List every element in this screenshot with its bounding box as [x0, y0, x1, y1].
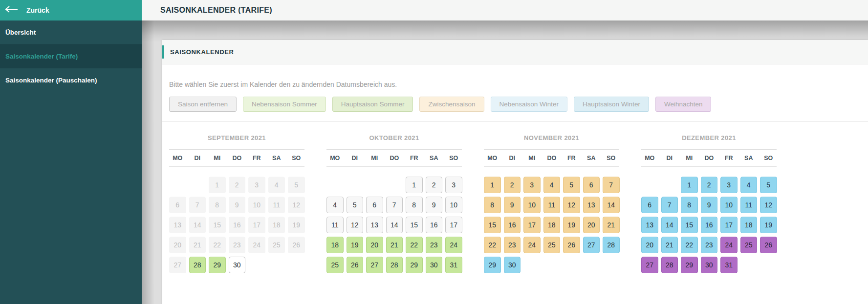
day-cell[interactable]: 21: [661, 237, 678, 253]
day-cell[interactable]: 15: [484, 217, 501, 233]
day-cell[interactable]: 30: [426, 257, 443, 273]
day-cell[interactable]: 4: [326, 197, 344, 213]
day-cell[interactable]: 29: [406, 257, 423, 273]
day-cell[interactable]: 26: [563, 237, 580, 253]
day-cell[interactable]: 17: [720, 217, 738, 233]
day-cell[interactable]: 9: [426, 197, 443, 213]
day-cell[interactable]: 19: [347, 237, 364, 253]
day-cell[interactable]: 2: [701, 177, 718, 193]
day-cell[interactable]: 27: [641, 257, 658, 273]
day-cell[interactable]: 15: [406, 217, 423, 233]
day-cell[interactable]: 23: [701, 237, 718, 253]
day-cell[interactable]: 5: [563, 177, 580, 193]
day-cell[interactable]: 13: [641, 217, 658, 233]
day-cell[interactable]: 5: [760, 177, 777, 193]
day-cell[interactable]: 16: [701, 217, 718, 233]
day-cell[interactable]: 17: [523, 217, 541, 233]
day-cell[interactable]: 11: [740, 197, 758, 213]
day-cell[interactable]: 5: [347, 197, 364, 213]
day-cell[interactable]: 10: [445, 197, 462, 213]
sidebar-item-uebersicht[interactable]: Übersicht: [0, 20, 142, 44]
day-cell[interactable]: 28: [603, 237, 620, 253]
day-cell[interactable]: 9: [504, 197, 521, 213]
day-cell[interactable]: 10: [523, 197, 541, 213]
day-cell[interactable]: 22: [406, 237, 423, 253]
season-button-weihnachten[interactable]: Weihnachten: [655, 97, 712, 112]
season-button-zwischen[interactable]: Zwischensaison: [419, 97, 484, 112]
season-button-haupt-winter[interactable]: Hauptsaison Winter: [574, 97, 649, 112]
day-cell[interactable]: 29: [209, 257, 226, 273]
day-cell[interactable]: 12: [760, 197, 777, 213]
day-cell[interactable]: 13: [583, 197, 600, 213]
day-cell[interactable]: 19: [563, 217, 580, 233]
day-cell[interactable]: 24: [523, 237, 541, 253]
back-button[interactable]: Zurück: [0, 0, 142, 20]
season-button-remove[interactable]: Saison entfernen: [169, 97, 237, 112]
day-cell[interactable]: 28: [386, 257, 403, 273]
day-cell[interactable]: 15: [681, 217, 698, 233]
day-cell[interactable]: 8: [406, 197, 423, 213]
day-cell[interactable]: 8: [681, 197, 698, 213]
day-cell[interactable]: 24: [445, 237, 462, 253]
day-cell[interactable]: 11: [543, 197, 561, 213]
day-cell[interactable]: 27: [583, 237, 600, 253]
day-cell[interactable]: 7: [661, 197, 678, 213]
day-cell[interactable]: 2: [426, 177, 443, 193]
day-cell[interactable]: 30: [504, 257, 521, 273]
day-cell[interactable]: 27: [366, 257, 383, 273]
day-cell[interactable]: 3: [720, 177, 738, 193]
day-cell[interactable]: 7: [386, 197, 403, 213]
day-cell[interactable]: 1: [681, 177, 698, 193]
day-cell[interactable]: 29: [484, 257, 501, 273]
day-cell[interactable]: 20: [583, 217, 600, 233]
day-cell[interactable]: 25: [543, 237, 561, 253]
day-cell[interactable]: 21: [603, 217, 620, 233]
day-cell[interactable]: 4: [543, 177, 561, 193]
day-cell[interactable]: 23: [504, 237, 521, 253]
day-cell[interactable]: 13: [366, 217, 383, 233]
day-cell[interactable]: 20: [641, 237, 658, 253]
day-cell[interactable]: 10: [720, 197, 738, 213]
day-cell[interactable]: 23: [426, 237, 443, 253]
day-cell[interactable]: 17: [445, 217, 462, 233]
day-cell[interactable]: 8: [484, 197, 501, 213]
day-cell[interactable]: 24: [720, 237, 738, 253]
day-cell[interactable]: 26: [347, 257, 364, 273]
sidebar-item-saisonkalender-pauschalen[interactable]: Saisonkalender (Pauschalen): [0, 68, 142, 92]
day-cell[interactable]: 4: [740, 177, 758, 193]
season-button-haupt-sommer[interactable]: Hauptsaison Sommer: [332, 97, 413, 112]
day-cell[interactable]: 6: [641, 197, 658, 213]
day-cell[interactable]: 28: [189, 257, 206, 273]
day-cell[interactable]: 12: [563, 197, 580, 213]
day-cell[interactable]: 30: [701, 257, 718, 273]
day-cell[interactable]: 22: [681, 237, 698, 253]
day-cell[interactable]: 3: [523, 177, 541, 193]
day-cell[interactable]: 26: [760, 237, 777, 253]
day-cell[interactable]: 31: [445, 257, 462, 273]
day-cell[interactable]: 18: [740, 217, 758, 233]
day-cell[interactable]: 25: [740, 237, 758, 253]
day-cell[interactable]: 21: [386, 237, 403, 253]
day-cell[interactable]: 1: [484, 177, 501, 193]
day-cell[interactable]: 2: [504, 177, 521, 193]
day-cell[interactable]: 7: [603, 177, 620, 193]
day-cell[interactable]: 14: [661, 217, 678, 233]
day-cell[interactable]: 11: [326, 217, 344, 233]
day-cell[interactable]: 6: [366, 197, 383, 213]
day-cell[interactable]: 22: [484, 237, 501, 253]
day-cell[interactable]: 30: [229, 257, 246, 273]
day-cell[interactable]: 9: [701, 197, 718, 213]
day-cell[interactable]: 1: [406, 177, 423, 193]
day-cell[interactable]: 12: [347, 217, 364, 233]
season-button-neb-winter[interactable]: Nebensaison Winter: [491, 97, 568, 112]
day-cell[interactable]: 14: [603, 197, 620, 213]
season-button-neb-sommer[interactable]: Nebensaison Sommer: [243, 97, 326, 112]
day-cell[interactable]: 25: [326, 257, 344, 273]
day-cell[interactable]: 3: [445, 177, 462, 193]
sidebar-item-saisonkalender-tarife[interactable]: Saisonkalender (Tarife): [0, 44, 142, 68]
day-cell[interactable]: 6: [583, 177, 600, 193]
day-cell[interactable]: 18: [326, 237, 344, 253]
day-cell[interactable]: 20: [366, 237, 383, 253]
day-cell[interactable]: 28: [661, 257, 678, 273]
day-cell[interactable]: 31: [720, 257, 738, 273]
